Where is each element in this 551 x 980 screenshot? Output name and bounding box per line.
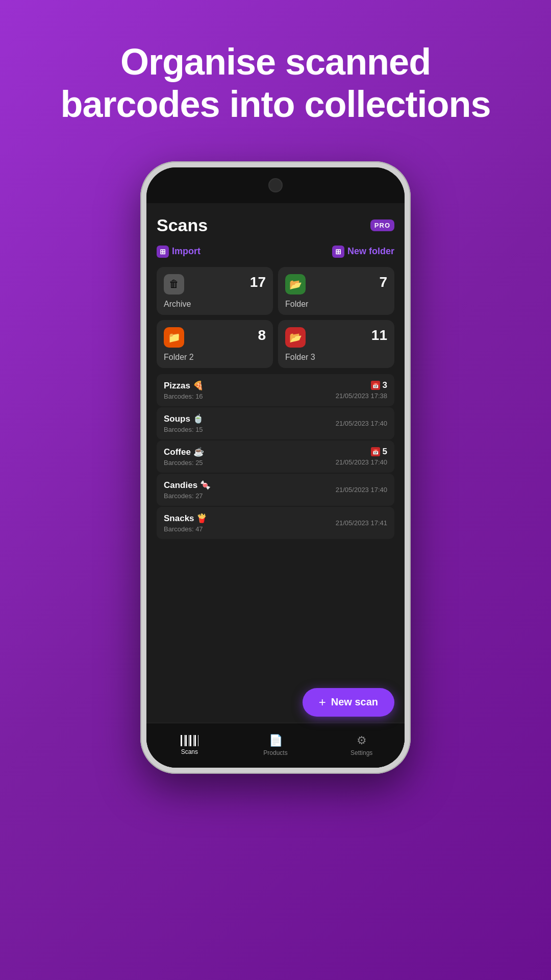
folder2-icon: 📁: [164, 327, 184, 348]
bottom-nav: Scans 📄 Products ⚙ Settings: [146, 723, 405, 768]
nav-products[interactable]: 📄 Products: [233, 734, 319, 756]
headline: Organise scanned barcodes into collectio…: [30, 41, 521, 126]
coffee-title: Coffee ☕: [164, 447, 204, 457]
settings-icon: ⚙: [357, 734, 367, 747]
collection-pizzas[interactable]: Pizzas 🍕 Barcodes: 16 📅 3 21/05/2023 17:…: [157, 374, 394, 406]
phone-top-bar: [146, 167, 405, 203]
folder1-count: 7: [379, 274, 387, 290]
candies-barcodes: Barcodes: 27: [164, 492, 211, 500]
folder3-name: Folder 3: [285, 353, 387, 362]
headline-line1: Organise scanned: [120, 41, 431, 82]
folder2-count: 8: [258, 327, 266, 344]
collections-list: Pizzas 🍕 Barcodes: 16 📅 3 21/05/2023 17:…: [157, 374, 394, 539]
pro-label: PRO: [374, 222, 390, 229]
soups-title: Soups 🍵: [164, 413, 204, 424]
new-folder-button[interactable]: ⊞ New folder: [332, 246, 394, 258]
archive-count: 17: [250, 274, 266, 290]
folder3-icon: 📂: [285, 327, 306, 348]
pizzas-date: 21/05/2023 17:38: [336, 392, 387, 400]
products-icon: 📄: [269, 734, 283, 747]
snacks-date: 21/05/2023 17:41: [336, 519, 387, 527]
folder-card-1[interactable]: 📂 7 Folder: [278, 267, 394, 315]
page-title: Scans: [157, 215, 208, 235]
pro-badge[interactable]: PRO: [370, 219, 394, 231]
app-screen: Scans PRO ⊞ Import ⊞ New folder: [146, 203, 405, 768]
folder-card-2[interactable]: 📁 8 Folder 2: [157, 320, 273, 368]
fab-plus-icon: +: [319, 696, 326, 708]
nav-settings-label: Settings: [350, 749, 372, 756]
coffee-calendar-icon: 📅: [371, 447, 380, 456]
coffee-date: 21/05/2023 17:40: [336, 458, 387, 466]
new-folder-label: New folder: [347, 246, 394, 257]
pizzas-barcodes: Barcodes: 16: [164, 393, 204, 400]
fab-area: + New scan: [146, 682, 405, 723]
candies-date: 21/05/2023 17:40: [336, 486, 387, 494]
archive-name: Archive: [164, 300, 266, 309]
folder-card-archive[interactable]: 🗑 17 Archive: [157, 267, 273, 315]
collection-soups[interactable]: Soups 🍵 Barcodes: 15 21/05/2023 17:40: [157, 407, 394, 439]
barcode-icon: [181, 735, 198, 746]
folders-grid: 🗑 17 Archive 📂 7 Folder: [157, 267, 394, 368]
collection-snacks[interactable]: Snacks 🍟 Barcodes: 47 21/05/2023 17:41: [157, 507, 394, 539]
action-row: ⊞ Import ⊞ New folder: [157, 246, 394, 258]
folder2-name: Folder 2: [164, 353, 266, 362]
coffee-count: 5: [383, 447, 387, 457]
candies-title: Candies 🍬: [164, 480, 211, 491]
nav-products-label: Products: [263, 749, 287, 756]
folder1-name: Folder: [285, 300, 387, 309]
folder3-count: 11: [371, 327, 387, 344]
headline-line2: barcodes into collections: [60, 84, 490, 125]
soups-barcodes: Barcodes: 15: [164, 426, 204, 433]
collection-coffee[interactable]: Coffee ☕ Barcodes: 25 📅 5 21/05/2023 17:…: [157, 440, 394, 473]
phone-screen: Scans PRO ⊞ Import ⊞ New folder: [146, 167, 405, 768]
import-icon: ⊞: [157, 246, 169, 258]
nav-scans-label: Scans: [181, 748, 198, 755]
nav-scans[interactable]: Scans: [146, 735, 233, 755]
folder1-icon: 📂: [285, 274, 306, 295]
camera-dot: [268, 178, 283, 192]
archive-icon: 🗑: [164, 274, 184, 295]
pizzas-count: 3: [383, 380, 387, 390]
snacks-barcodes: Barcodes: 47: [164, 525, 207, 533]
coffee-barcodes: Barcodes: 25: [164, 459, 204, 467]
import-button[interactable]: ⊞ Import: [157, 246, 201, 258]
soups-date: 21/05/2023 17:40: [336, 420, 387, 427]
header-row: Scans PRO: [157, 215, 394, 235]
folder-card-3[interactable]: 📂 11 Folder 3: [278, 320, 394, 368]
phone-frame: Scans PRO ⊞ Import ⊞ New folder: [140, 161, 411, 774]
collection-candies[interactable]: Candies 🍬 Barcodes: 27 21/05/2023 17:40: [157, 474, 394, 506]
import-label: Import: [172, 246, 201, 257]
nav-settings[interactable]: ⚙ Settings: [318, 734, 405, 756]
new-scan-fab[interactable]: + New scan: [303, 688, 394, 717]
new-folder-icon: ⊞: [332, 246, 344, 258]
pizzas-title: Pizzas 🍕: [164, 380, 204, 391]
pizzas-calendar-icon: 📅: [371, 381, 380, 390]
fab-label: New scan: [331, 696, 378, 708]
snacks-title: Snacks 🍟: [164, 513, 207, 524]
